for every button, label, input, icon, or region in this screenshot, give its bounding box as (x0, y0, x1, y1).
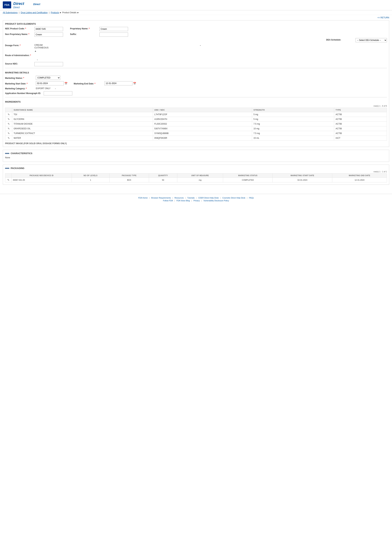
footer-resources[interactable]: Resources (175, 197, 184, 199)
breadcrumb-drug-listing[interactable]: Drug Listing and Certification (21, 11, 48, 14)
footer-links-row1: FDA Home | Browser Requirements | Resour… (3, 197, 389, 199)
ingredients-th-strength: STRENGTH (252, 108, 334, 112)
marketing-status-label: Marketing Status: * (5, 76, 33, 79)
marketing-category-label: Marketing Category: * (5, 87, 33, 90)
app-number-input[interactable] (44, 91, 72, 95)
packaging-row-count: row(s) 1 - 1 of 1 (5, 170, 387, 173)
pkg-th-status: MARKETING STATUS (223, 174, 273, 178)
characteristics-section: CHARACTERISTICS None (3, 150, 389, 162)
pkg-th-levels: NO OF LEVELS (72, 174, 109, 178)
breadcrumb-all-submissions[interactable]: All Submissions (3, 11, 18, 14)
footer-links-row2: Follow FDA | FDA Voice Blog | Privacy | … (3, 200, 389, 202)
ingredients-row: ✎ TGI L7HT8F1ZOF 5 mg ACTIB (5, 112, 387, 117)
footer-fda-voice[interactable]: FDA Voice Blog (176, 200, 190, 202)
pkg-title: PACKAGING (11, 167, 24, 169)
footer-faqs[interactable]: FAQs (249, 197, 254, 199)
non-proprietary-label: Non Proprietary Name: * (5, 33, 33, 35)
packaging-row: ✎ 84067-541-05 1 BOX 50 mg COMPLETED 02-… (5, 178, 387, 183)
marketing-status-row: Marketing Status: * COMPLETED (5, 76, 387, 80)
return-link[interactable]: << RETURN (378, 16, 389, 19)
ingredients-strength-1: 5 mg (252, 117, 334, 122)
ndc-input[interactable] (35, 27, 63, 31)
marketing-start-calendar-icon[interactable]: 📅 (64, 82, 67, 85)
footer-privacy[interactable]: Privacy (194, 200, 200, 202)
ingredients-edit-2[interactable]: ✎ (5, 122, 12, 126)
page-header: FDA Direct Direct Direct (0, 0, 392, 10)
ingredients-edit-4[interactable]: ✎ (5, 131, 12, 136)
marketing-title: MARKETING DETAILS (5, 71, 387, 74)
source-ndc-field: Source NDC: (5, 62, 63, 66)
ingredients-strength-4: 7.5 mg (252, 131, 334, 136)
route-section: Route of Administration: * ⌄ (5, 54, 387, 61)
source-ndc-label: Source NDC: (5, 62, 33, 65)
ingredients-unii-5: 059QF0K00R (153, 136, 252, 141)
ingredients-unii-4: SYW0QUB89B (153, 131, 252, 136)
ingredients-edit-3[interactable]: ✎ (5, 126, 12, 131)
pkg-header: PACKAGING (5, 167, 387, 169)
marketing-dates-row: Marketing Start Date: * 📅 Marketing End … (5, 81, 387, 85)
ingredients-type-2: ACTIB (334, 122, 387, 126)
proprietary-label: Proprietary Name: * (70, 27, 98, 30)
ingredients-edit-1[interactable]: ✎ (5, 117, 12, 122)
pkg-unit-0: mg (177, 178, 223, 183)
ingredients-strength-5: 15 mL (252, 136, 334, 141)
footer-cosmetic-help[interactable]: Cosmetic Direct Help Desk (222, 197, 245, 199)
ingredients-type-1: ACTIB (334, 117, 387, 122)
ingredients-th-unii: UNII / NDC (153, 108, 252, 112)
suffix-input[interactable] (99, 33, 128, 37)
ingredients-name-4: TURMERIC EXTRACT (12, 131, 153, 136)
ingredients-unii-2: FLS0C20S52 (153, 122, 252, 126)
ingredients-strength-0: 5 mg (252, 112, 334, 117)
suffix-label: Suffix: (70, 33, 98, 35)
footer-cder-help[interactable]: CDER Direct Help Desk (198, 197, 219, 199)
packaging-section: PACKAGING row(s) 1 - 1 of 1 PACKAGE NDC/… (3, 165, 389, 185)
non-proprietary-input[interactable] (35, 33, 63, 37)
ingredients-edit-0[interactable]: ✎ (5, 112, 12, 117)
marketing-divider (5, 68, 387, 70)
ingredients-edit-5[interactable]: ✎ (5, 136, 12, 141)
product-data-title: PRODUCT DATA ELEMENTS (5, 22, 387, 25)
marketing-end-date: 📅 (105, 81, 136, 85)
pkg-edit-0[interactable]: ✎ (5, 178, 12, 183)
source-ndc-input[interactable] (35, 62, 63, 66)
marketing-category-dropdown-icon[interactable]: ⌄ (55, 87, 56, 89)
ingredients-th-substance: SUBSTANCE NAME (12, 108, 153, 112)
ingredients-name-5: WATER (12, 136, 153, 141)
footer-fda-home[interactable]: FDA Home (138, 197, 148, 199)
pkg-th-unit: UNIT OF MEASURE (177, 174, 223, 178)
product-data-section: PRODUCT DATA ELEMENTS NDC Product Code: … (3, 20, 389, 147)
breadcrumb-products[interactable]: Products (51, 11, 59, 14)
marketing-category-value: EXPORT ONLY (36, 87, 50, 90)
marketing-status-select[interactable]: COMPLETED (36, 76, 60, 80)
marketing-start-date: 📅 (36, 81, 67, 85)
dea-select[interactable]: -- Select DEA Schedule -- (356, 38, 387, 42)
ingredients-type-3: ACTIB (334, 126, 387, 131)
char-title: CHARACTERISTICS (11, 152, 32, 155)
route-label: Route of Administration: * (5, 54, 33, 57)
ndc-field: NDC Product Code: * (5, 27, 63, 31)
marketing-start-input[interactable] (36, 81, 64, 85)
main-content: PRODUCT DATA ELEMENTS NDC Product Code: … (0, 20, 392, 190)
marketing-end-input[interactable] (105, 81, 133, 85)
ingredients-name-2: TITANIUM DIOXIDE (12, 122, 153, 126)
proprietary-name-field: Proprietary Name: * (70, 27, 128, 31)
marketing-end-calendar-icon[interactable]: 📅 (133, 82, 136, 85)
route-dropdown-icon[interactable]: ⌄ (36, 58, 38, 61)
footer-follow-fda[interactable]: Follow FDA (163, 200, 173, 202)
ingredients-unii-0: L7HT8F1ZOF (153, 112, 252, 117)
page-footer: FDA Home | Browser Requirements | Resour… (0, 194, 392, 205)
pkg-status-0: COMPLETED (223, 178, 273, 183)
ingredients-strength-3: 10 mg (252, 126, 334, 131)
footer-tutorials[interactable]: Tutorials (187, 197, 195, 199)
header-title-right: Direct (33, 1, 40, 6)
return-link-area: << RETURN (0, 15, 392, 20)
ingredients-name-0: TGI (12, 112, 153, 117)
footer-vulnerability[interactable]: Vulnerability Disclosure Policy (203, 200, 229, 202)
ingredients-strength-2: 7.5 mg (252, 122, 334, 126)
packaging-table: PACKAGE NDC/DEVICE ID NO OF LEVELS PACKA… (5, 173, 387, 183)
non-proprietary-field: Non Proprietary Name: * (5, 33, 63, 37)
dosage-collapse-icon[interactable]: ▲ (35, 50, 36, 52)
dosage-right-dropdown[interactable]: ⌄ (199, 44, 201, 46)
footer-browser-req[interactable]: Browser Requirements (151, 197, 171, 199)
proprietary-input[interactable] (99, 27, 128, 31)
